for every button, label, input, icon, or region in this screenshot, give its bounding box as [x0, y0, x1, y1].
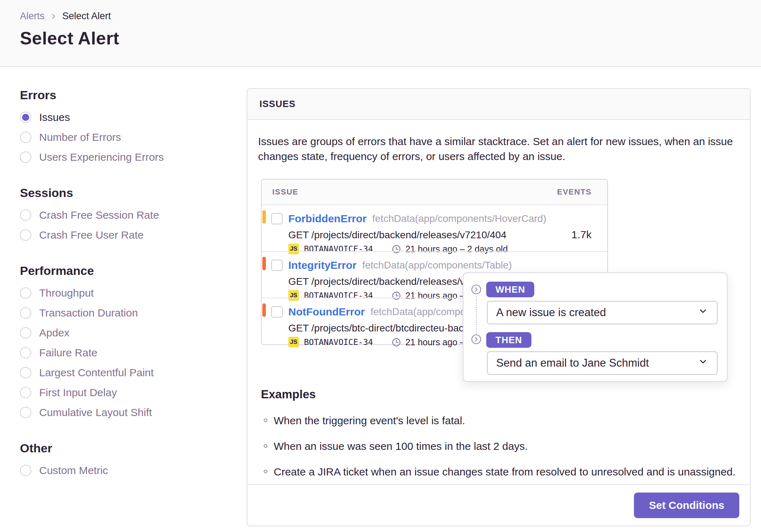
issue-level-bar	[262, 303, 266, 317]
radio-selected-icon[interactable]	[20, 112, 31, 123]
issues-panel-header: ISSUES	[247, 89, 750, 120]
option-label: Crash Free Session Rate	[39, 209, 159, 221]
issue-level-bar	[262, 257, 266, 270]
issue-name-link[interactable]: IntegrityError	[288, 259, 357, 271]
radio-icon[interactable]	[20, 132, 31, 143]
column-header-events: EVENTS	[557, 187, 607, 197]
alert-rule-overlay: WHEN A new issue is created THEN Send an…	[463, 272, 728, 382]
panel-title: ISSUES	[259, 99, 295, 110]
radio-icon[interactable]	[20, 151, 31, 163]
example-item: Create a JIRA ticket when an issue chang…	[261, 466, 739, 478]
issue-events-count: 1.7k	[571, 229, 592, 241]
issue-name-link[interactable]: ForbiddenError	[288, 213, 367, 225]
breadcrumb: Alerts Select Alert	[20, 11, 761, 22]
issue-level-bar	[262, 210, 266, 224]
radio-option-cumulative-layout-shift[interactable]: Cumulative Layout Shift	[20, 406, 226, 419]
then-action-value: Send an email to Jane Schmidt	[496, 357, 649, 369]
radio-option-first-input-delay[interactable]: First Input Delay	[20, 387, 226, 399]
examples-heading: Examples	[261, 388, 739, 401]
issue-path: GET /projects/direct/backend/releases/v7…	[288, 229, 607, 241]
group-heading: Other	[20, 441, 226, 455]
issue-culprit: fetchData(app/components/HoverCard)	[372, 213, 546, 224]
example-item: When the triggering event's level is fat…	[261, 415, 739, 427]
group-performance: Performance Throughput Transaction Durat…	[20, 264, 226, 419]
table-header-row: ISSUE EVENTS	[262, 180, 607, 204]
panel-footer: Set Conditions	[247, 484, 750, 526]
radio-option-issues[interactable]: Issues	[20, 111, 226, 123]
platform-js-badge: JS	[288, 337, 299, 347]
option-label: Custom Metric	[39, 464, 108, 477]
when-condition-select[interactable]: A new issue is created	[487, 301, 718, 324]
issue-short-id: BOTANAVOICE-34	[304, 337, 373, 347]
group-sessions: Sessions Crash Free Session Rate Crash F…	[20, 186, 226, 241]
group-heading: Performance	[20, 264, 226, 278]
examples-section: Examples When the triggering event's lev…	[261, 388, 739, 478]
option-label: Transaction Duration	[39, 307, 138, 319]
option-label: Largest Contentful Paint	[39, 367, 154, 379]
option-label: Cumulative Layout Shift	[39, 406, 152, 419]
option-label: Users Experiencing Errors	[39, 151, 164, 163]
radio-icon[interactable]	[20, 407, 31, 418]
option-label: Apdex	[39, 327, 69, 339]
option-label: Crash Free User Rate	[39, 229, 143, 241]
example-text: When an issue was seen 100 times in the …	[274, 440, 528, 452]
page-title: Select Alert	[20, 28, 761, 49]
issues-description: Issues are groups of errors that have a …	[258, 134, 739, 164]
alert-type-sidebar: Errors Issues Number of Errors Users Exp…	[20, 88, 226, 499]
chevron-right-icon	[49, 12, 57, 20]
group-other: Other Custom Metric	[20, 441, 226, 477]
table-row: ForbiddenError fetchData(app/components/…	[262, 204, 607, 251]
group-heading: Sessions	[20, 186, 226, 200]
option-label: Throughput	[39, 287, 94, 299]
then-badge: THEN	[486, 332, 531, 348]
radio-icon[interactable]	[20, 307, 31, 319]
radio-icon[interactable]	[20, 229, 31, 241]
chevron-down-icon	[698, 306, 708, 319]
breadcrumb-alerts-link[interactable]: Alerts	[20, 11, 44, 22]
radio-option-custom-metric[interactable]: Custom Metric	[20, 464, 226, 477]
issue-culprit: fetchData(app/components/Table)	[362, 260, 512, 271]
issue-checkbox[interactable]	[271, 213, 283, 224]
radio-option-crash-free-session-rate[interactable]: Crash Free Session Rate	[20, 209, 226, 221]
radio-option-throughput[interactable]: Throughput	[20, 287, 226, 299]
radio-option-failure-rate[interactable]: Failure Rate	[20, 347, 226, 359]
radio-icon[interactable]	[20, 367, 31, 378]
group-errors: Errors Issues Number of Errors Users Exp…	[20, 88, 226, 163]
then-action-select[interactable]: Send an email to Jane Schmidt	[487, 351, 718, 375]
chevron-circle-icon	[471, 334, 481, 346]
radio-icon[interactable]	[20, 327, 31, 339]
issue-checkbox[interactable]	[271, 260, 283, 271]
clock-icon	[392, 337, 401, 347]
radio-icon[interactable]	[20, 209, 31, 221]
radio-icon[interactable]	[20, 287, 31, 299]
radio-option-number-of-errors[interactable]: Number of Errors	[20, 131, 226, 143]
group-heading: Errors	[20, 88, 226, 102]
rule-connector-line	[476, 296, 477, 334]
set-conditions-button[interactable]: Set Conditions	[634, 493, 739, 518]
radio-icon[interactable]	[20, 387, 31, 398]
example-text: Create a JIRA ticket when an issue chang…	[274, 466, 735, 478]
radio-icon[interactable]	[20, 465, 31, 476]
example-text: When the triggering event's level is fat…	[274, 415, 465, 427]
radio-icon[interactable]	[20, 347, 31, 358]
option-label: First Input Delay	[39, 387, 117, 399]
when-badge: WHEN	[486, 282, 534, 297]
chevron-circle-icon	[471, 284, 481, 296]
option-label: Issues	[39, 111, 70, 123]
issue-checkbox[interactable]	[271, 306, 283, 318]
bullet-icon	[264, 419, 267, 422]
chevron-down-icon	[698, 356, 708, 370]
bullet-icon	[264, 470, 267, 473]
column-header-issue: ISSUE	[262, 187, 299, 197]
radio-option-crash-free-user-rate[interactable]: Crash Free User Rate	[20, 229, 226, 241]
page-header: Alerts Select Alert Select Alert	[0, 0, 761, 67]
bullet-icon	[264, 444, 267, 448]
option-label: Number of Errors	[39, 131, 121, 143]
radio-option-largest-contentful-paint[interactable]: Largest Contentful Paint	[20, 367, 226, 379]
example-item: When an issue was seen 100 times in the …	[261, 440, 739, 452]
radio-option-users-experiencing-errors[interactable]: Users Experiencing Errors	[20, 151, 226, 163]
radio-option-transaction-duration[interactable]: Transaction Duration	[20, 307, 226, 319]
issue-name-link[interactable]: NotFoundError	[288, 306, 365, 318]
radio-option-apdex[interactable]: Apdex	[20, 327, 226, 339]
breadcrumb-current: Select Alert	[62, 11, 111, 22]
